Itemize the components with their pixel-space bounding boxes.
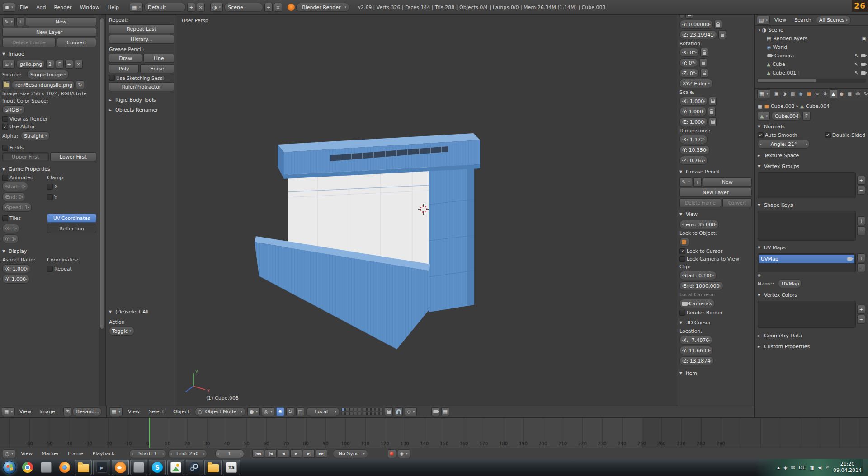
remove-shape-key-button[interactable]: −: [857, 226, 865, 235]
tray-network-icon[interactable]: ◨: [809, 465, 814, 471]
view3d-menu-select[interactable]: Select: [145, 409, 168, 415]
convert-button[interactable]: Convert: [57, 38, 96, 47]
clip-start-field[interactable]: ◂Start: 0.100▸: [679, 271, 717, 280]
aspect-x-field[interactable]: ◂X: 1.000▸: [2, 264, 30, 273]
scrollbar-thumb[interactable]: [758, 79, 816, 82]
tray-mail-icon[interactable]: ✉: [791, 465, 795, 471]
gp-new-layer-button[interactable]: New Layer: [679, 188, 752, 197]
delete-layout-button[interactable]: ×: [197, 3, 205, 12]
lock-scale-z-button[interactable]: [709, 117, 717, 126]
shape-keys-list[interactable]: [758, 211, 856, 241]
view3d-menu-object[interactable]: Object: [170, 409, 193, 415]
breadcrumb-object[interactable]: Cube.003: [771, 103, 795, 109]
image-name-field[interactable]: gsilo.png: [16, 60, 45, 69]
image-datablock-field[interactable]: Besand...: [72, 407, 101, 416]
outliner-hscrollbar[interactable]: [757, 79, 866, 83]
timeline-menu-playback[interactable]: Playback: [89, 451, 118, 457]
uv-panel-scrollbar[interactable]: [99, 15, 106, 406]
delete-frame-button[interactable]: Delete Frame: [2, 38, 56, 47]
location-x-field[interactable]: [679, 15, 684, 19]
taskbar-blender-button[interactable]: [112, 460, 129, 475]
view3d-menu-view[interactable]: View: [124, 409, 143, 415]
auto-smooth-checkbox[interactable]: ✓: [758, 132, 764, 138]
tiles-checkbox[interactable]: ✓: [2, 215, 8, 221]
menu-file[interactable]: File: [16, 5, 32, 10]
timeline-menu-frame[interactable]: Frame: [64, 451, 87, 457]
cursor-x-field[interactable]: ◂X: -7.4076▸: [679, 336, 712, 345]
grease-pencil-data-button[interactable]: ✎▾: [679, 177, 692, 187]
repeat-checkbox[interactable]: ✓: [47, 266, 53, 272]
current-frame-field[interactable]: ◂1▸: [215, 449, 244, 458]
gp-delete-frame-button[interactable]: Delete Frame: [679, 198, 721, 207]
render-camera-icon[interactable]: [847, 257, 852, 261]
anim-speed-field[interactable]: ◂Speed: 1▸: [2, 203, 32, 212]
lock-scale-x-button[interactable]: [709, 97, 717, 106]
outliner-row-cube001[interactable]: ▲ Cube.001 | ↖: [755, 69, 868, 77]
tab-render[interactable]: ▣: [773, 89, 780, 98]
layer-toggle[interactable]: [349, 412, 353, 415]
auto-smooth-angle-field[interactable]: ◂Angle: 21°▸: [758, 140, 810, 149]
current-frame-line[interactable]: [149, 418, 150, 448]
vertex-groups-section[interactable]: ▼Vertex Groups: [758, 162, 865, 170]
layer-toggle[interactable]: [371, 412, 375, 415]
timeline-ruler[interactable]: -60-50-40-30-20-100102030405060708090100…: [0, 418, 868, 448]
ruler-button[interactable]: Ruler/Protractor: [109, 82, 174, 91]
tray-clock[interactable]: 21:20 09.04.2014: [833, 461, 862, 474]
scrollbar-thumb[interactable]: [100, 18, 104, 329]
editor-type-timeline-button[interactable]: ◷▾: [3, 449, 15, 458]
dimension-y-field[interactable]: ◂Y: 10.350▸: [679, 145, 710, 154]
dimension-x-field[interactable]: ◂X: 1.172▸: [679, 135, 708, 144]
screen-layout-name-field[interactable]: Default: [144, 3, 186, 12]
manipulator-translate-toggle[interactable]: ⊕: [276, 407, 284, 416]
timeline-menu-marker[interactable]: Marker: [38, 451, 62, 457]
delete-scene-button[interactable]: ×: [274, 3, 282, 12]
viewport-3d[interactable]: x y User Persp (1) Cube.003: [177, 15, 677, 406]
editor-type-properties-button[interactable]: ▦▾: [757, 89, 770, 98]
snap-element-button[interactable]: ◇▾: [405, 407, 417, 416]
manipulator-scale-toggle[interactable]: □: [296, 407, 304, 416]
rotation-x-field[interactable]: ◂X: 0°▸: [679, 48, 699, 57]
lens-field[interactable]: ◂Lens: 35.000▸: [679, 220, 719, 229]
lock-to-cursor-checkbox[interactable]: ✓: [679, 248, 685, 254]
editor-type-info-button[interactable]: ≡▾: [3, 3, 15, 12]
clamp-y-checkbox[interactable]: ✓: [47, 194, 53, 200]
add-uv-map-button[interactable]: +: [857, 253, 865, 262]
add-vertex-group-button[interactable]: +: [857, 176, 865, 185]
opengl-render-anim-button[interactable]: ▦: [441, 407, 449, 416]
location-z-field[interactable]: ◂Z: 23.19941▸: [679, 30, 717, 39]
image-menu-view[interactable]: View: [16, 409, 35, 415]
start-button[interactable]: [3, 461, 16, 474]
image-users-button[interactable]: 2: [46, 60, 54, 69]
layer-toggle[interactable]: [354, 408, 357, 411]
taskbar-firefox-button[interactable]: [56, 460, 73, 475]
objects-renamer-section[interactable]: ►Objects Renamer: [109, 106, 174, 114]
cursor-z-field[interactable]: ◂Z: 13.1874▸: [679, 356, 714, 365]
grease-pencil-data-button[interactable]: ✎▾: [2, 17, 15, 26]
action-select[interactable]: Toggle▾: [109, 327, 134, 336]
lock-layers-button[interactable]: [385, 407, 393, 416]
scene-name-field[interactable]: Scene: [224, 3, 263, 12]
filepath-field[interactable]: ren/Besandungsilo.png: [12, 80, 75, 89]
taskbar-app-button[interactable]: [38, 460, 55, 475]
dimension-z-field[interactable]: ◂Z: 0.767▸: [679, 156, 708, 165]
auto-keyframe-button[interactable]: [388, 449, 396, 458]
cursor-section-header[interactable]: ▼3D Cursor: [679, 318, 752, 327]
jump-to-end-button[interactable]: ▶▶|: [316, 449, 327, 458]
remove-uv-map-button[interactable]: −: [857, 263, 865, 272]
lock-z-button[interactable]: [718, 30, 726, 39]
layer-toggle[interactable]: [375, 412, 379, 415]
gp-erase-button[interactable]: Erase: [140, 64, 174, 73]
rotation-z-field[interactable]: ◂Z: 0°▸: [679, 69, 699, 78]
render-engine-select[interactable]: Blender Render▾: [296, 3, 349, 12]
restrict-render-icon[interactable]: [861, 54, 865, 57]
restrict-render-icon[interactable]: [861, 63, 865, 66]
scale-y-field[interactable]: ◂Y: 1.000▸: [679, 107, 707, 116]
display-section-header[interactable]: ▼Display: [2, 247, 96, 255]
tab-object-data[interactable]: ▲: [830, 89, 837, 98]
scene-browse-button[interactable]: ◑▾: [210, 3, 223, 12]
tab-render-layers[interactable]: ▤: [789, 89, 797, 98]
sync-mode-select[interactable]: No Sync▾: [333, 449, 368, 458]
fields-checkbox[interactable]: ✓: [2, 145, 8, 151]
taskbar-steam-button[interactable]: [186, 460, 203, 475]
reflection-toggle[interactable]: Reflection: [47, 224, 96, 233]
